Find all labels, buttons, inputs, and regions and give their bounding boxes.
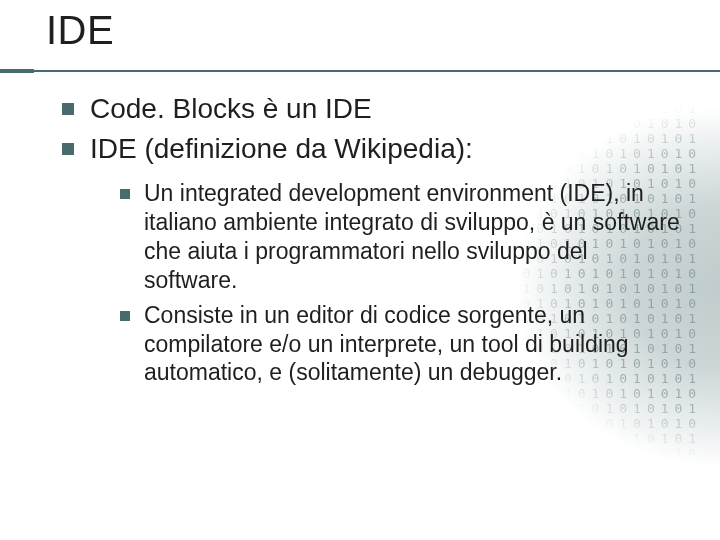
list-item-text: Un integrated development environment (I… [144, 180, 680, 293]
list-item-text: Consiste in un editor di codice sorgente… [144, 302, 629, 386]
list-item: Code. Blocks è un IDE [62, 91, 680, 127]
bullet-list-level2: Un integrated development environment (I… [90, 179, 680, 388]
list-item: Consiste in un editor di codice sorgente… [120, 301, 680, 388]
slide-title: IDE [46, 8, 720, 53]
slide: 1010101010101010101010 01010101010101010… [0, 0, 720, 540]
list-item: IDE (definizione da Wikipedia): Un integ… [62, 131, 680, 388]
content-area: Code. Blocks è un IDE IDE (definizione d… [0, 59, 720, 387]
title-area: IDE [0, 0, 720, 59]
list-item-text: Code. Blocks è un IDE [90, 93, 372, 124]
list-item-text: IDE (definizione da Wikipedia): [90, 133, 473, 164]
list-item: Un integrated development environment (I… [120, 179, 680, 295]
bullet-list-level1: Code. Blocks è un IDE IDE (definizione d… [62, 91, 680, 387]
